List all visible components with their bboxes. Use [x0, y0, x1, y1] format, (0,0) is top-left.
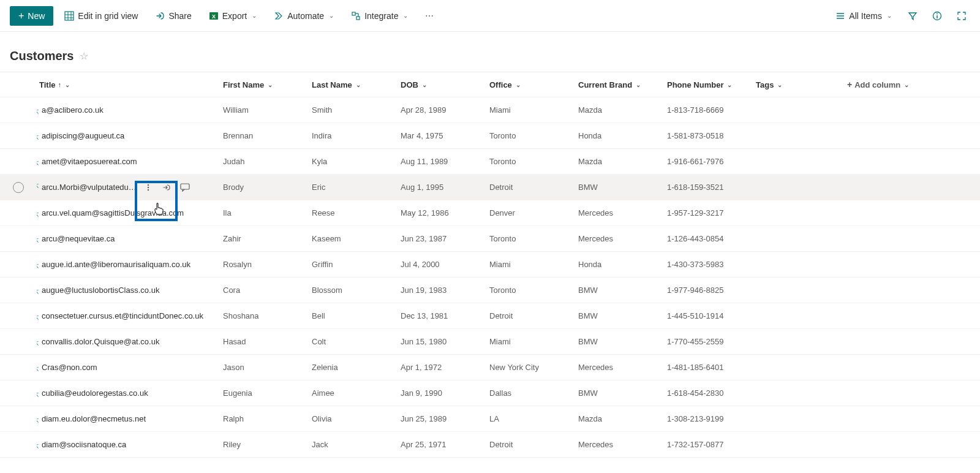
- cell-title[interactable]: ⇱ diam.eu.dolor@necmetus.net: [37, 414, 221, 423]
- table-row[interactable]: ⇱ convallis.dolor.Quisque@at.co.uk Hasad…: [0, 329, 980, 355]
- share-button[interactable]: Share: [149, 6, 197, 26]
- table-row[interactable]: ⇱ cubilia@eudoloregestas.co.uk Eugenia A…: [0, 380, 980, 406]
- cell-title[interactable]: ⇱ convallis.dolor.Quisque@at.co.uk: [37, 337, 221, 346]
- cell-office: Detroit: [487, 183, 576, 192]
- cell-office: Toronto: [487, 131, 576, 140]
- cell-phone: 1-581-873-0518: [665, 131, 753, 140]
- excel-icon: X: [209, 11, 219, 21]
- cell-title[interactable]: ⇱ augue.id.ante@liberomaurisaliquam.co.u…: [37, 260, 221, 269]
- cell-phone: 1-481-185-6401: [665, 363, 753, 372]
- col-firstname[interactable]: First Name⌄: [221, 80, 309, 89]
- svg-text:X: X: [212, 13, 216, 20]
- title-text: a@aclibero.co.uk: [42, 105, 104, 115]
- link-indicator-icon: ⇱: [37, 315, 39, 320]
- cell-title[interactable]: ⇱ cubilia@eudoloregestas.co.uk: [37, 388, 221, 398]
- table-row[interactable]: ⇱ augue.id.ante@liberomaurisaliquam.co.u…: [0, 252, 980, 278]
- col-lastname[interactable]: Last Name⌄: [309, 80, 398, 89]
- chevron-down-icon: ⌄: [329, 12, 334, 19]
- cell-title[interactable]: ⇱ augue@luctuslobortisClass.co.uk: [37, 286, 221, 295]
- column-header-row: Title ↑ ⌄ First Name⌄ Last Name⌄ DOB⌄ Of…: [0, 72, 980, 97]
- cell-lastname: Kyla: [309, 157, 398, 166]
- cell-title[interactable]: ⇱ consectetuer.cursus.et@tinciduntDonec.…: [37, 311, 221, 320]
- cell-dob: Jan 9, 1990: [398, 388, 487, 398]
- cell-brand: BMW: [576, 388, 665, 398]
- table-row[interactable]: ⇱ amet@vitaeposuereat.com Judah Kyla Aug…: [0, 149, 980, 175]
- view-selector[interactable]: All Items ⌄: [831, 6, 897, 26]
- title-text: diam.eu.dolor@necmetus.net: [42, 414, 146, 423]
- export-button[interactable]: X Export ⌄: [203, 6, 263, 26]
- table-row[interactable]: ⇱ arcu@nequevitae.ca Zahir Kaseem Jun 23…: [0, 226, 980, 252]
- flow-icon: [274, 11, 284, 21]
- row-select[interactable]: [0, 182, 37, 193]
- cell-firstname: Zahir: [221, 234, 309, 243]
- col-office[interactable]: Office⌄: [487, 80, 576, 89]
- cell-phone: 1-618-454-2830: [665, 388, 753, 398]
- cell-title[interactable]: ⇱ adipiscing@augueut.ca: [37, 131, 221, 140]
- page-title: Customers: [10, 49, 74, 63]
- table-row[interactable]: ⇱ arcu.Morbi@vulputatedu… Brody Eric Aug…: [0, 175, 980, 200]
- title-text: consectetuer.cursus.et@tinciduntDonec.co…: [42, 311, 203, 320]
- favorite-star-icon[interactable]: ☆: [80, 50, 88, 62]
- cell-title[interactable]: ⇱ Cras@non.com: [37, 363, 221, 372]
- cell-firstname: Ralph: [221, 414, 309, 423]
- info-button[interactable]: [929, 7, 946, 25]
- table-row[interactable]: ⇱ adipiscing@augueut.ca Brennan Indira M…: [0, 123, 980, 149]
- cell-phone: 1-977-946-8825: [665, 286, 753, 295]
- row-comment-button[interactable]: [177, 180, 193, 195]
- title-text: diam@sociisnatoque.ca: [42, 440, 126, 449]
- cell-title[interactable]: ⇱ a@aclibero.co.uk: [37, 105, 221, 115]
- title-text: amet@vitaeposuereat.com: [42, 157, 137, 166]
- integrate-button[interactable]: Integrate ⌄: [345, 6, 414, 26]
- expand-button[interactable]: [953, 7, 970, 25]
- col-title[interactable]: Title ↑ ⌄: [37, 80, 221, 89]
- chevron-down-icon: ⌄: [356, 81, 361, 88]
- cell-title[interactable]: ⇱ diam@sociisnatoque.ca: [37, 440, 221, 449]
- table-row[interactable]: ⇱ a@aclibero.co.uk William Smith Apr 28,…: [0, 97, 980, 123]
- svg-point-17: [148, 184, 149, 185]
- row-share-button[interactable]: [159, 180, 175, 195]
- cell-title[interactable]: ⇱ arcu@nequevitae.ca: [37, 234, 221, 243]
- col-brand[interactable]: Current Brand⌄: [576, 80, 665, 89]
- table-row[interactable]: ⇱ augue@luctuslobortisClass.co.uk Cora B…: [0, 278, 980, 303]
- cell-firstname: Judah: [221, 157, 309, 166]
- cell-firstname: Eugenia: [221, 388, 309, 398]
- integrate-icon: [351, 11, 361, 21]
- cell-title[interactable]: ⇱ arcu.Morbi@vulputatedu…: [37, 180, 221, 195]
- svg-point-18: [148, 186, 149, 187]
- add-column-button[interactable]: +Add column⌄: [842, 80, 980, 89]
- cell-phone: 1-957-129-3217: [665, 208, 753, 218]
- cell-firstname: Rosalyn: [221, 260, 309, 269]
- table-row[interactable]: ⇱ consectetuer.cursus.et@tinciduntDonec.…: [0, 303, 980, 329]
- cell-firstname: Shoshana: [221, 311, 309, 320]
- filter-button[interactable]: [904, 7, 921, 25]
- cell-firstname: Cora: [221, 286, 309, 295]
- table-row[interactable]: ⇱ Cras@non.com Jason Zelenia Apr 1, 1972…: [0, 355, 980, 380]
- link-indicator-icon: ⇱: [37, 161, 39, 166]
- col-dob[interactable]: DOB⌄: [398, 80, 487, 89]
- cell-office: Miami: [487, 337, 576, 346]
- chevron-down-icon: ⌄: [403, 12, 408, 19]
- col-phone[interactable]: Phone Number⌄: [665, 80, 753, 89]
- automate-button[interactable]: Automate ⌄: [268, 6, 340, 26]
- link-indicator-icon: ⇱: [37, 341, 39, 346]
- cell-office: New York City: [487, 363, 576, 372]
- row-more-button[interactable]: [140, 180, 156, 195]
- title-text: Cras@non.com: [42, 363, 97, 372]
- edit-grid-button[interactable]: Edit in grid view: [58, 6, 144, 26]
- cell-phone: 1-813-718-6669: [665, 105, 753, 115]
- cell-brand: Mazda: [576, 105, 665, 115]
- new-button[interactable]: + New: [10, 6, 53, 26]
- chevron-down-icon: ⌄: [636, 81, 641, 88]
- cell-title[interactable]: ⇱ arcu.vel.quam@sagittisDuisgravida.com: [37, 208, 221, 218]
- cell-brand: BMW: [576, 311, 665, 320]
- link-indicator-icon: ⇱: [37, 135, 39, 140]
- add-column-label: Add column: [854, 80, 900, 89]
- more-commands-button[interactable]: ⋯: [419, 6, 440, 26]
- toolbar-right: All Items ⌄: [831, 6, 970, 26]
- table-row[interactable]: ⇱ diam.eu.dolor@necmetus.net Ralph Olivi…: [0, 406, 980, 432]
- table-row[interactable]: ⇱ diam@sociisnatoque.ca Riley Jack Apr 2…: [0, 432, 980, 458]
- export-label: Export: [222, 11, 247, 21]
- cell-title[interactable]: ⇱ amet@vitaeposuereat.com: [37, 157, 221, 166]
- table-row[interactable]: ⇱ arcu.vel.quam@sagittisDuisgravida.com …: [0, 200, 980, 226]
- col-tags[interactable]: Tags⌄: [753, 80, 842, 89]
